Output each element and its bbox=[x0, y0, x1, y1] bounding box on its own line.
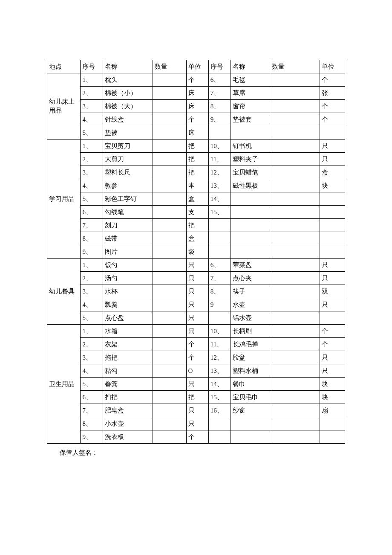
cell-qty2 bbox=[270, 391, 320, 404]
table-row: 5、垫被床 bbox=[47, 126, 345, 139]
cell-seq2: 14、 bbox=[208, 192, 231, 206]
cell-qty2 bbox=[270, 153, 320, 166]
cell-seq2: 15、 bbox=[208, 206, 231, 219]
cell-unit: 把 bbox=[186, 166, 208, 179]
table-row: 学习用品1、宝贝剪刀把10、钉书机只 bbox=[47, 139, 345, 153]
table-row: 5、彩色工字钉盒14、 bbox=[47, 192, 345, 206]
cell-qty bbox=[153, 206, 186, 219]
cell-unit2 bbox=[320, 417, 345, 430]
cell-unit: 只 bbox=[186, 259, 208, 272]
cell-name2: 筷子 bbox=[231, 285, 270, 298]
cell-name: 汤勺 bbox=[103, 272, 153, 285]
cell-name: 水杯 bbox=[103, 285, 153, 298]
cell-unit2: 个 bbox=[320, 73, 345, 87]
cell-seq: 7、 bbox=[81, 219, 103, 232]
cell-name2 bbox=[231, 430, 270, 444]
cell-unit: 只 bbox=[186, 298, 208, 311]
cell-name: 畚箕 bbox=[103, 378, 153, 391]
table-row: 3、棉被（大）床8、窗帘个 bbox=[47, 100, 345, 113]
cell-qty2 bbox=[270, 126, 320, 139]
cell-unit2 bbox=[320, 206, 345, 219]
cell-qty2 bbox=[270, 430, 320, 444]
table-row: 6、勾线笔支15、 bbox=[47, 206, 345, 219]
cell-qty bbox=[153, 166, 186, 179]
cell-qty bbox=[153, 298, 186, 311]
cell-name2: 点心夹 bbox=[231, 272, 270, 285]
cell-unit2: 块 bbox=[320, 391, 345, 404]
table-row: 卫生用品1、水箱只10、长柄刷个 bbox=[47, 325, 345, 338]
cell-unit: 盒 bbox=[186, 192, 208, 206]
cell-unit: 个 bbox=[186, 430, 208, 444]
cell-seq: 4、 bbox=[81, 113, 103, 126]
cell-seq2: 14、 bbox=[208, 378, 231, 391]
cell-qty bbox=[153, 100, 186, 113]
cell-unit: 个 bbox=[186, 73, 208, 87]
cell-name: 点心盘 bbox=[103, 311, 153, 325]
cell-name2: 宝贝蜡笔 bbox=[231, 166, 270, 179]
cell-unit: 把 bbox=[186, 391, 208, 404]
cell-name: 枕头 bbox=[103, 73, 153, 87]
cell-name2: 钉书机 bbox=[231, 139, 270, 153]
header-loc: 地点 bbox=[47, 60, 81, 73]
cell-seq2: 6、 bbox=[208, 73, 231, 87]
cell-seq2: 12、 bbox=[208, 166, 231, 179]
cell-qty bbox=[153, 378, 186, 391]
cell-seq: 4、 bbox=[81, 179, 103, 192]
cell-qty2 bbox=[270, 404, 320, 417]
header-qty2: 数量 bbox=[270, 60, 320, 73]
cell-name2: 塑料水桶 bbox=[231, 364, 270, 378]
cell-unit2 bbox=[320, 232, 345, 245]
cell-name: 棉被（小） bbox=[103, 87, 153, 100]
cell-qty bbox=[153, 192, 186, 206]
cell-unit2: 个 bbox=[320, 338, 345, 351]
cell-unit2 bbox=[320, 219, 345, 232]
cell-seq: 9、 bbox=[81, 430, 103, 444]
cell-name2: 铝水壶 bbox=[231, 311, 270, 325]
table-row: 4、针线盒个9、垫被套个 bbox=[47, 113, 345, 126]
cell-qty bbox=[153, 113, 186, 126]
cell-name2 bbox=[231, 232, 270, 245]
cell-seq2: 16、 bbox=[208, 404, 231, 417]
cell-loc: 卫生用品 bbox=[47, 325, 81, 444]
cell-qty bbox=[153, 391, 186, 404]
cell-seq2: 9、 bbox=[208, 113, 231, 126]
table-row: 8、小水壶只 bbox=[47, 417, 345, 430]
cell-unit2: 双 bbox=[320, 285, 345, 298]
cell-loc: 幼儿床上用品 bbox=[47, 73, 81, 139]
cell-seq: 2、 bbox=[81, 153, 103, 166]
cell-qty bbox=[153, 87, 186, 100]
cell-unit2: 盒 bbox=[320, 166, 345, 179]
cell-qty2 bbox=[270, 259, 320, 272]
cell-unit: 把 bbox=[186, 219, 208, 232]
table-row: 2、汤勺只7、点心夹只 bbox=[47, 272, 345, 285]
cell-name: 磁带 bbox=[103, 232, 153, 245]
cell-qty2 bbox=[270, 192, 320, 206]
cell-seq2: 8、 bbox=[208, 100, 231, 113]
cell-seq2: 12、 bbox=[208, 351, 231, 364]
cell-unit2 bbox=[320, 430, 345, 444]
cell-seq2: 7、 bbox=[208, 272, 231, 285]
inventory-table: 地点序号名称数量单位序号名称数量单位幼儿床上用品1、枕头个6、毛毯个2、棉被（小… bbox=[47, 60, 345, 444]
cell-name2: 窗帘 bbox=[231, 100, 270, 113]
cell-qty2 bbox=[270, 311, 320, 325]
cell-unit: 只 bbox=[186, 272, 208, 285]
cell-unit: 只 bbox=[186, 285, 208, 298]
cell-seq: 6、 bbox=[81, 206, 103, 219]
cell-qty2 bbox=[270, 378, 320, 391]
cell-seq2 bbox=[208, 126, 231, 139]
cell-name: 大剪刀 bbox=[103, 153, 153, 166]
cell-loc: 学习用品 bbox=[47, 139, 81, 259]
cell-seq2: 7、 bbox=[208, 87, 231, 100]
cell-qty bbox=[153, 245, 186, 259]
cell-seq2: 13、 bbox=[208, 179, 231, 192]
cell-name: 拖把 bbox=[103, 351, 153, 364]
cell-seq: 2、 bbox=[81, 272, 103, 285]
cell-unit: 支 bbox=[186, 206, 208, 219]
cell-unit: 个 bbox=[186, 113, 208, 126]
cell-seq2: 11、 bbox=[208, 153, 231, 166]
cell-name: 刻刀 bbox=[103, 219, 153, 232]
cell-seq: 5、 bbox=[81, 192, 103, 206]
table-header-row: 地点序号名称数量单位序号名称数量单位 bbox=[47, 60, 345, 73]
cell-name2: 塑料夹子 bbox=[231, 153, 270, 166]
cell-qty2 bbox=[270, 245, 320, 259]
